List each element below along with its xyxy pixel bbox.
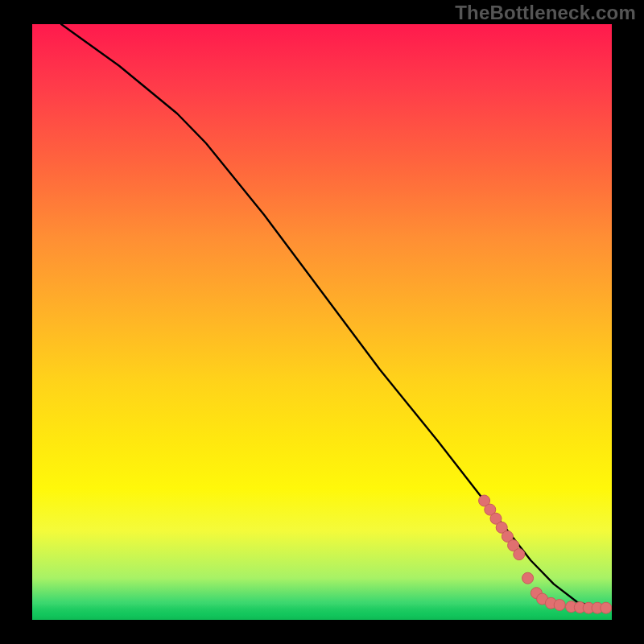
data-point [601, 602, 612, 613]
data-point [554, 600, 565, 611]
watermark-text: TheBottleneck.com [455, 2, 636, 24]
data-point [514, 549, 525, 560]
data-points [479, 495, 612, 613]
chart-overlay [32, 24, 612, 620]
data-point [522, 572, 534, 584]
trend-line [61, 24, 601, 608]
chart-frame: TheBottleneck.com [0, 0, 644, 644]
